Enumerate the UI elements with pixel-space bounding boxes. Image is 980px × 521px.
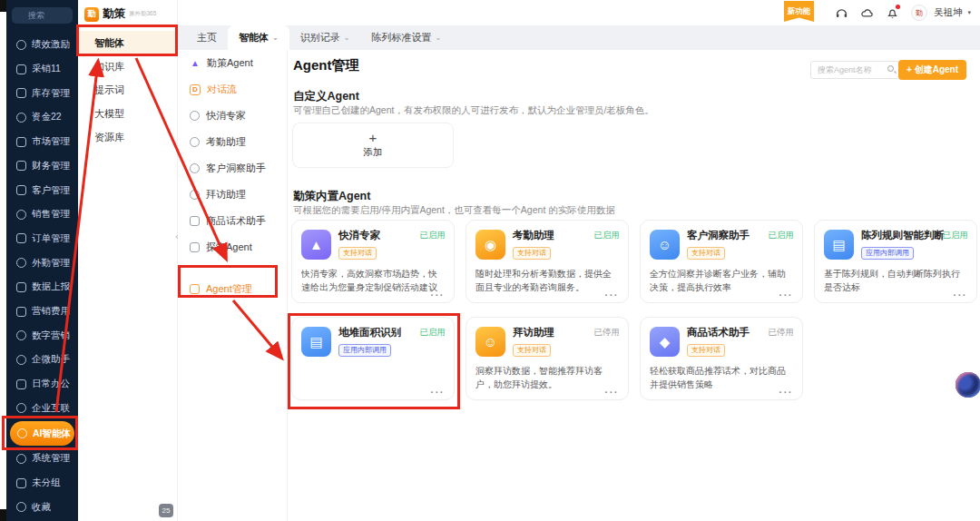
chat-support-tag: 支持对话 xyxy=(687,344,725,357)
status-badge: 已停用 xyxy=(769,327,795,339)
more-menu-icon[interactable]: ··· xyxy=(605,387,620,398)
funds-icon xyxy=(16,113,26,123)
sidebar-item-orders[interactable]: 订单管理 xyxy=(6,227,78,251)
secondary-item-knowledge-base[interactable]: 知识库 xyxy=(78,54,177,78)
status-badge: 已启用 xyxy=(420,230,446,241)
sidebar-count-badge[interactable]: 25 xyxy=(159,504,173,517)
secondary-item-agent[interactable]: 智能体 xyxy=(78,31,177,54)
headset-icon[interactable] xyxy=(835,6,848,20)
sidebar-item-wecom[interactable]: 企微助手 xyxy=(6,348,78,372)
more-menu-icon[interactable]: ··· xyxy=(431,290,446,300)
sidebar-item-fieldwork[interactable]: 外勤管理 xyxy=(6,251,78,275)
more-menu-icon[interactable]: ··· xyxy=(954,290,968,300)
more-menu-icon[interactable]: ··· xyxy=(605,290,620,300)
agent-nav-fmcg-expert[interactable]: 快消专家 xyxy=(178,103,287,129)
bell-icon[interactable] xyxy=(886,6,899,20)
sidebar-item-daily-office[interactable]: 日常办公 xyxy=(6,372,78,397)
internal-call-tag: 应用内部调用 xyxy=(338,344,391,357)
sidebar-item-digital-marketing[interactable]: 数字营销 xyxy=(6,323,78,348)
tab-recognition-records[interactable]: 识别记录⌄ xyxy=(289,25,361,50)
sidebar-item-data-report[interactable]: 数据上报 xyxy=(6,275,78,300)
more-menu-icon[interactable]: ··· xyxy=(431,387,446,398)
agent-card-grid: ▲ 快消专家 支持对话 已启用 快消专家，高效洞察市场趋势，快速给出为您量身定制… xyxy=(291,220,977,400)
document-icon: ▤ xyxy=(301,327,331,357)
agent-search-input[interactable] xyxy=(810,61,899,79)
tab-agent[interactable]: 智能体⌄ xyxy=(228,25,289,50)
agent-nav-qince-agent[interactable]: ▲勤策Agent xyxy=(178,50,287,76)
plus-icon: + xyxy=(369,132,377,144)
tab-display-standard-settings[interactable]: 陈列标准设置⌄ xyxy=(360,25,452,50)
card-description: 轻松获取商品推荐话术，对比商品并提供销售策略 xyxy=(650,364,793,391)
chat-support-tag: 支持对话 xyxy=(513,344,551,357)
card-description: 基于陈列规则，自动判断陈列执行是否达标 xyxy=(824,267,967,294)
sidebar-item-system[interactable]: 系统管理 xyxy=(6,447,78,471)
sidebar-item-inventory[interactable]: 库存管理 xyxy=(6,81,78,105)
chevron-down-icon: ⌄ xyxy=(435,34,441,42)
ai-agent-icon xyxy=(17,428,27,438)
agent-card-display-rule-judge[interactable]: ▤ 陈列规则智能判断 应用内部调用 已启用 基于陈列规则，自动判断陈列执行是否达… xyxy=(814,220,977,303)
orders-icon xyxy=(16,233,26,243)
sidebar-item-customer[interactable]: 客户管理 xyxy=(6,178,78,202)
status-badge: 已启用 xyxy=(594,230,621,241)
more-menu-icon[interactable]: ··· xyxy=(779,290,794,300)
more-menu-icon[interactable]: ··· xyxy=(779,387,794,398)
notification-dot xyxy=(896,5,900,9)
agent-nav-customer-insight[interactable]: 客户洞察助手 xyxy=(178,155,287,182)
cube-icon: ◆ xyxy=(650,327,680,357)
agent-card-ground-stack-recognition[interactable]: ▤ 地堆面积识别 应用内部调用 已启用 ··· xyxy=(291,317,455,400)
finance-icon xyxy=(16,161,26,171)
status-badge: 已启用 xyxy=(420,327,446,339)
explore-icon xyxy=(190,242,200,252)
secondary-item-resources[interactable]: 资源库 xyxy=(78,125,177,149)
search-icon[interactable] xyxy=(887,65,894,72)
sidebar-item-favorites[interactable]: 收藏 xyxy=(6,495,78,519)
agent-card-fmcg-expert[interactable]: ▲ 快消专家 支持对话 已启用 快消专家，高效洞察市场趋势，快速给出为您量身定制… xyxy=(291,220,455,303)
username[interactable]: 吴祖坤 xyxy=(934,6,963,19)
sidebar-item-ungrouped[interactable]: 未分组 xyxy=(6,471,78,496)
sidebar-item-marketing-expense[interactable]: 营销费用 xyxy=(6,300,78,324)
sidebar-item-ai-agent[interactable]: AI智能体 xyxy=(10,421,74,446)
user-menu-caret-icon[interactable]: ▾ xyxy=(967,9,971,16)
agent-card-visit-assistant[interactable]: ☺ 拜访助理 支持对话 已停用 洞察拜访数据，智能推荐拜访客户，助您拜访提效。 … xyxy=(466,317,629,400)
sidebar-item-sales[interactable]: 销售管理 xyxy=(6,202,78,227)
agent-card-customer-insight[interactable]: ☺ 客户洞察助手 支持对话 已启用 全方位洞察并诊断客户业务，辅助决策，提高执行… xyxy=(640,220,803,303)
inventory-icon xyxy=(16,88,26,98)
sidebar-item-finance[interactable]: 财务管理 xyxy=(6,154,78,179)
daily-office-icon xyxy=(16,379,26,389)
agent-nav-dialog-flow[interactable]: D对话流 xyxy=(178,76,287,103)
sidebar-item-funds[interactable]: 资金22 xyxy=(6,105,78,130)
agent-nav-visit[interactable]: 拜访助理 xyxy=(178,182,287,208)
agent-nav-attendance[interactable]: 考勤助理 xyxy=(178,129,287,155)
customer-insight-icon xyxy=(190,163,200,173)
brand-tagline: 原外勤365 xyxy=(129,10,156,18)
agent-card-product-script[interactable]: ◆ 商品话术助手 支持对话 已停用 轻松获取商品推荐话术，对比商品并提供销售策略… xyxy=(640,317,803,400)
customer-icon xyxy=(16,185,26,195)
performance-icon xyxy=(16,40,26,50)
fieldwork-icon xyxy=(16,258,26,268)
brand-name: 勤策 xyxy=(103,6,125,22)
sidebar-item-procurement[interactable]: 采销11 xyxy=(6,57,78,82)
secondary-item-prompts[interactable]: 提示词 xyxy=(78,78,177,102)
agent-card-attendance[interactable]: ◉ 考勤助理 支持对话 已启用 随时处理和分析考勤数据，提供全面且专业的考勤咨询… xyxy=(466,220,629,303)
ai-assistant-float-button[interactable] xyxy=(956,372,980,398)
agent-nav-agent-manage[interactable]: Agent管理 xyxy=(178,276,287,302)
chevron-down-icon: ⌄ xyxy=(272,34,279,42)
sidebar-item-market[interactable]: 市场管理 xyxy=(6,130,78,154)
sidebar-item-performance[interactable]: 绩效激励 xyxy=(6,33,78,57)
tab-home[interactable]: 主页 xyxy=(186,25,228,50)
agent-nav-explore[interactable]: 探索Agent xyxy=(178,234,287,260)
avatar[interactable]: 勤 xyxy=(911,5,927,21)
secondary-item-llm[interactable]: 大模型 xyxy=(78,102,177,125)
add-agent-card[interactable]: + 添加 xyxy=(292,123,454,168)
cloud-icon[interactable] xyxy=(860,6,874,20)
card-description: 快消专家，高效洞察市场趋势，快速给出为您量身定制促销活动建议 xyxy=(301,267,445,294)
builtin-agent-section-title: 勤策内置Agent xyxy=(293,189,370,204)
agent-nav-product-script[interactable]: 商品话术助手 xyxy=(178,208,287,234)
new-feature-badge[interactable]: 新功能 xyxy=(784,1,814,22)
sidebar-search-input[interactable] xyxy=(12,7,73,24)
agent-sidebar: ▲勤策Agent D对话流 快消专家 考勤助理 客户洞察助手 拜访助理 商品话术… xyxy=(178,50,288,521)
sidebar-item-enterprise-link[interactable]: 企业互联 xyxy=(6,397,78,421)
location-pin-icon: ◉ xyxy=(475,230,505,260)
agent-manage-icon xyxy=(190,284,200,294)
create-agent-button[interactable]: + 创建Agent xyxy=(898,60,966,80)
